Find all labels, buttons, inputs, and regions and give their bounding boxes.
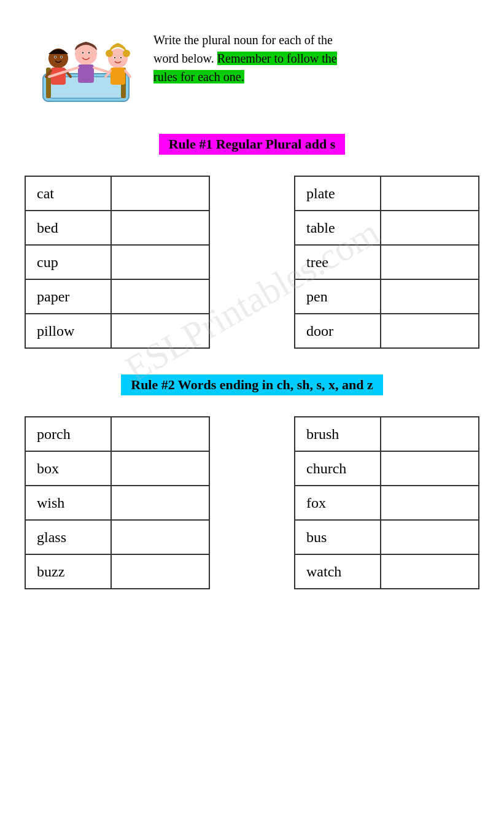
rule2-right-table: brushchurchfoxbuswatch	[294, 416, 479, 589]
word-cell: box	[25, 451, 111, 486]
svg-point-16	[82, 52, 84, 54]
rule1-banner: Rule #1 Regular Plural add s	[159, 134, 346, 155]
answer-cell[interactable]	[381, 486, 479, 520]
word-cell: wish	[25, 486, 111, 520]
rule2-banner: Rule #2 Words ending in ch, sh, s, x, an…	[121, 374, 382, 395]
table-row: porch	[25, 417, 209, 451]
table-row: door	[295, 314, 479, 348]
instructions-line1: Write the plural noun for each of the	[153, 33, 333, 47]
answer-cell[interactable]	[381, 211, 479, 245]
kids-illustration	[25, 12, 147, 111]
rule1-right-table: platetabletreependoor	[294, 176, 479, 349]
instructions-highlight2: rules for each one.	[153, 70, 244, 83]
svg-point-9	[61, 56, 62, 58]
word-cell: glass	[25, 520, 111, 554]
answer-cell[interactable]	[111, 451, 209, 486]
word-cell: plate	[295, 176, 381, 211]
answer-cell[interactable]	[111, 211, 209, 245]
answer-cell[interactable]	[381, 520, 479, 554]
table-row: cat	[25, 176, 209, 211]
svg-point-27	[120, 57, 122, 58]
word-cell: watch	[295, 554, 381, 589]
instructions-highlight1: Remember to follow the	[217, 52, 337, 65]
table-row: bus	[295, 520, 479, 554]
table-row: wish	[25, 486, 209, 520]
table-row: cup	[25, 245, 209, 279]
table-row: brush	[295, 417, 479, 451]
answer-cell[interactable]	[111, 279, 209, 314]
answer-cell[interactable]	[381, 314, 479, 348]
table-row: tree	[295, 245, 479, 279]
header-section: Write the plural noun for each of the wo…	[25, 12, 479, 111]
word-cell: pillow	[25, 314, 111, 348]
table-row: paper	[25, 279, 209, 314]
table-row: pillow	[25, 314, 209, 348]
answer-cell[interactable]	[111, 176, 209, 211]
table-row: watch	[295, 554, 479, 589]
word-cell: bed	[25, 211, 111, 245]
rule1-banner-container: Rule #1 Regular Plural add s	[25, 123, 479, 166]
rule2-banner-container: Rule #2 Words ending in ch, sh, s, x, an…	[25, 363, 479, 406]
word-cell: church	[295, 451, 381, 486]
word-cell: fox	[295, 486, 381, 520]
word-cell: door	[295, 314, 381, 348]
svg-point-22	[106, 50, 113, 57]
instructions-text: Write the plural noun for each of the wo…	[147, 12, 337, 86]
word-cell: tree	[295, 245, 381, 279]
table-row: fox	[295, 486, 479, 520]
word-cell: paper	[25, 279, 111, 314]
table-row: box	[25, 451, 209, 486]
table-row: bed	[25, 211, 209, 245]
rule2-left-table: porchboxwishglassbuzz	[25, 416, 210, 589]
word-cell: buzz	[25, 554, 111, 589]
answer-cell[interactable]	[111, 520, 209, 554]
svg-point-26	[114, 57, 115, 58]
answer-cell[interactable]	[381, 176, 479, 211]
instructions-line2: word below.	[153, 52, 214, 65]
answer-cell[interactable]	[111, 554, 209, 589]
answer-cell[interactable]	[381, 245, 479, 279]
answer-cell[interactable]	[381, 417, 479, 451]
table-row: pen	[295, 279, 479, 314]
answer-cell[interactable]	[111, 314, 209, 348]
answer-cell[interactable]	[381, 279, 479, 314]
rule1-left-table: catbedcuppaperpillow	[25, 176, 210, 349]
answer-cell[interactable]	[381, 554, 479, 589]
answer-cell[interactable]	[111, 417, 209, 451]
table-row: plate	[295, 176, 479, 211]
word-cell: cup	[25, 245, 111, 279]
svg-rect-21	[110, 68, 125, 85]
answer-cell[interactable]	[111, 245, 209, 279]
word-cell: cat	[25, 176, 111, 211]
word-cell: bus	[295, 520, 381, 554]
svg-point-17	[88, 52, 90, 54]
word-cell: table	[295, 211, 381, 245]
svg-point-8	[55, 56, 56, 58]
table-row: buzz	[25, 554, 209, 589]
word-cell: brush	[295, 417, 381, 451]
svg-rect-13	[78, 64, 94, 83]
word-cell: pen	[295, 279, 381, 314]
svg-point-23	[123, 50, 130, 57]
table-row: glass	[25, 520, 209, 554]
rule2-tables-row: porchboxwishglassbuzz brushchurchfoxbusw…	[25, 416, 479, 589]
answer-cell[interactable]	[111, 486, 209, 520]
rule1-tables-row: catbedcuppaperpillow platetabletreependo…	[25, 176, 479, 349]
table-row: table	[295, 211, 479, 245]
answer-cell[interactable]	[381, 451, 479, 486]
table-row: church	[295, 451, 479, 486]
word-cell: porch	[25, 417, 111, 451]
